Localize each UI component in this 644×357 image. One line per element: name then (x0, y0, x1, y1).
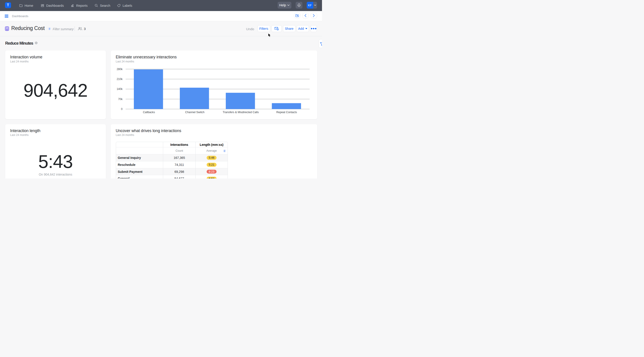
svg-text:140k: 140k (117, 88, 123, 90)
svg-text:280k: 280k (117, 68, 123, 71)
svg-text:Transfers & Misdirected Calls: Transfers & Misdirected Calls (223, 111, 259, 114)
svg-text:70k: 70k (118, 98, 122, 101)
svg-text:Repeat Contacts: Repeat Contacts (276, 111, 297, 114)
svg-text:Callbacks: Callbacks (143, 111, 155, 114)
svg-text:Channel Switch: Channel Switch (185, 111, 204, 114)
svg-text:210k: 210k (117, 78, 123, 81)
svg-text:0: 0 (121, 108, 122, 111)
